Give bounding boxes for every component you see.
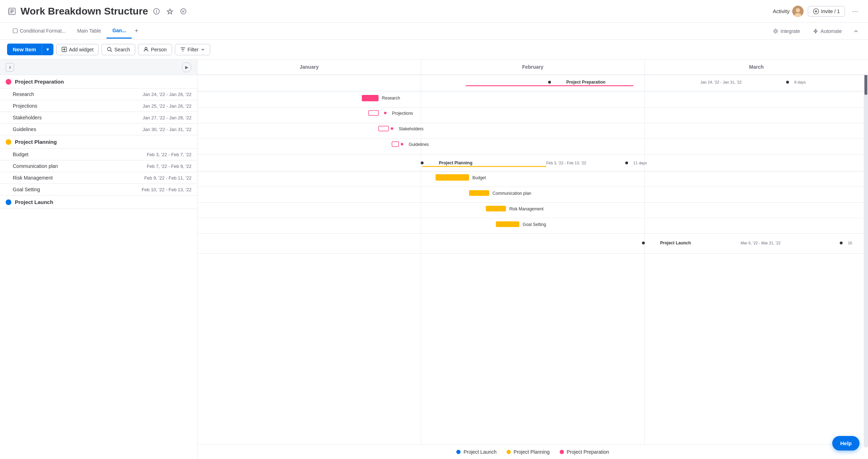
legend-dot-launch <box>456 450 461 454</box>
info-icon[interactable]: i <box>152 6 161 16</box>
task-list-panel: ∧ ▶ Project Preparation Research Jan 24,… <box>0 60 198 459</box>
app-header: Work Breakdown Structure i Activity Invi… <box>0 0 868 23</box>
group-row-preparation: Project Preparation <box>0 75 197 89</box>
task-row-budget: Budget Feb 3, '22 - Feb 7, '22 <box>0 149 197 160</box>
svg-point-6 <box>181 8 186 14</box>
month-february: February <box>421 60 645 74</box>
activity-button[interactable]: Activity <box>773 6 804 17</box>
person-button[interactable]: Person <box>138 44 172 55</box>
gantt-row-stakeholders <box>198 123 868 139</box>
task-dates: Feb 10, '22 - Feb 13, '22 <box>142 187 192 192</box>
gantt-row-group-launch <box>198 234 868 254</box>
task-row-goal: Goal Setting Feb 10, '22 - Feb 13, '22 <box>0 184 197 196</box>
more-icon: ··· <box>852 7 858 15</box>
integrate-label: Integrate <box>781 28 800 34</box>
svg-point-15 <box>145 47 147 50</box>
user-avatar <box>792 6 804 17</box>
tabs-right-actions: Integrate Automate <box>769 26 861 36</box>
header-right: Activity Invite / 1 ··· <box>773 6 861 17</box>
header-left: Work Breakdown Structure i <box>7 6 188 17</box>
gantt-row-guidelines <box>198 139 868 154</box>
task-row-risk: Risk Management Feb 9, '22 - Feb 11, '22 <box>0 172 197 184</box>
gantt-panel: January February March Project Preparati… <box>198 60 868 459</box>
activity-label: Activity <box>773 8 790 14</box>
tab-gantt[interactable]: Gan... <box>107 23 132 39</box>
help-button[interactable]: Help <box>832 436 860 450</box>
group-name-planning: Project Planning <box>15 139 57 145</box>
add-widget-button[interactable]: Add widget <box>56 44 99 55</box>
gantt-months-header: January February March <box>198 60 868 75</box>
task-row-research: Research Jan 24, '22 - Jan 26, '22 <box>0 89 197 100</box>
gantt-row-projections <box>198 108 868 123</box>
toolbar: New Item ▼ Add widget Search Person Filt… <box>0 40 868 60</box>
svg-point-12 <box>775 30 777 32</box>
gantt-row-research <box>198 92 868 108</box>
month-january: January <box>198 60 421 74</box>
search-button[interactable]: Search <box>102 44 135 55</box>
star-icon[interactable] <box>165 6 175 16</box>
page-icon <box>7 6 17 16</box>
task-name: Goal Setting <box>13 187 69 192</box>
group-color-dot <box>6 199 11 205</box>
add-tab-button[interactable]: + <box>132 24 141 38</box>
task-name: Communication plan <box>13 163 69 169</box>
gantt-row-risk <box>198 203 868 218</box>
month-march: March <box>645 60 868 74</box>
integrate-button[interactable]: Integrate <box>769 26 804 36</box>
group-color-dot <box>6 79 11 85</box>
comment-icon[interactable] <box>178 6 188 16</box>
invite-button[interactable]: Invite / 1 <box>808 6 845 17</box>
automate-label: Automate <box>821 28 842 34</box>
task-row-communication: Communication plan Feb 7, '22 - Feb 9, '… <box>0 160 197 172</box>
new-item-dropdown-arrow[interactable]: ▼ <box>42 44 53 55</box>
tabs-bar: Conditional Format... Main Table Gan... … <box>0 23 868 40</box>
gantt-row-goal <box>198 218 868 234</box>
task-dates: Jan 25, '22 - Jan 26, '22 <box>143 103 192 109</box>
gantt-row-group-prep <box>198 75 868 92</box>
chart-legend: Project Launch Project Planning Project … <box>198 444 868 459</box>
task-row-stakeholders: Stakeholders Jan 27, '22 - Jan 28, '22 <box>0 112 197 124</box>
gantt-row-budget <box>198 171 868 187</box>
svg-text:i: i <box>156 9 157 13</box>
svg-rect-3 <box>10 12 12 13</box>
tab-main-table[interactable]: Main Table <box>72 24 107 39</box>
svg-point-8 <box>796 8 800 12</box>
add-widget-label: Add widget <box>69 47 93 52</box>
group-row-planning: Project Planning <box>0 135 197 149</box>
legend-item-preparation: Project Preparation <box>560 449 609 455</box>
tab-label: Conditional Format... <box>20 28 66 34</box>
new-item-label: New Item <box>7 44 42 55</box>
expand-options-button[interactable]: ▶ <box>182 62 192 72</box>
task-name: Research <box>13 91 69 97</box>
filter-button[interactable]: Filter <box>175 44 210 55</box>
collapse-tabs-button[interactable] <box>851 26 861 36</box>
group-row-launch: Project Launch <box>0 196 197 209</box>
task-dates: Feb 7, '22 - Feb 9, '22 <box>147 164 192 169</box>
filter-label: Filter <box>188 47 199 52</box>
tab-label: Main Table <box>77 28 101 34</box>
gantt-body: Project Preparation Jan 24, '22 - Jan 31… <box>198 75 868 444</box>
gantt-row-comm <box>198 187 868 203</box>
tab-conditional-format[interactable]: Conditional Format... <box>7 24 72 39</box>
task-name: Budget <box>13 152 69 157</box>
legend-label-planning: Project Planning <box>514 449 550 455</box>
search-label: Search <box>114 47 130 52</box>
new-item-button[interactable]: New Item ▼ <box>7 44 53 55</box>
page-title: Work Breakdown Structure <box>21 6 148 17</box>
tab-label: Gan... <box>112 28 126 33</box>
automate-button[interactable]: Automate <box>809 26 845 36</box>
legend-item-launch: Project Launch <box>456 449 496 455</box>
task-row-projections: Projections Jan 25, '22 - Jan 26, '22 <box>0 100 197 112</box>
collapse-all-button[interactable]: ∧ <box>6 63 14 72</box>
person-label: Person <box>151 47 166 52</box>
svg-rect-1 <box>10 10 14 10</box>
task-dates: Feb 3, '22 - Feb 7, '22 <box>147 152 192 157</box>
legend-dot-planning <box>507 450 511 454</box>
task-name: Risk Management <box>13 175 69 181</box>
gantt-scrollbar[interactable] <box>864 60 868 448</box>
task-dates: Feb 9, '22 - Feb 11, '22 <box>144 175 192 181</box>
legend-label-launch: Project Launch <box>463 449 496 455</box>
more-options-button[interactable]: ··· <box>849 6 861 17</box>
gantt-row-group-planning <box>198 154 868 171</box>
task-name: Stakeholders <box>13 115 69 120</box>
